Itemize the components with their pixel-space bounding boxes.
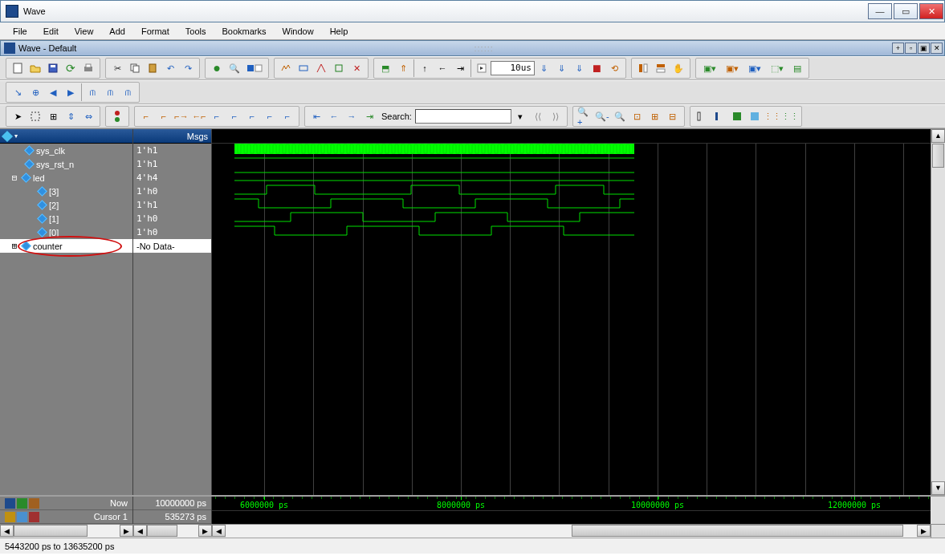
step-icon[interactable]: ⇥ [452,60,468,76]
time-input[interactable]: 10us [491,61,535,75]
cut-icon[interactable]: ✂ [109,60,125,76]
menu-file[interactable]: File [5,24,35,39]
msg-hscroll[interactable]: ◀▶ [133,524,212,538]
sub-btn-4[interactable]: ✕ [931,43,943,54]
wave-add-icon[interactable] [278,60,294,76]
next-cursor-icon[interactable]: ▶ [63,84,79,100]
layout-icon-1[interactable] [635,60,651,76]
traffic-icon[interactable] [109,108,125,124]
add-cursor-icon[interactable]: ⊕ [27,84,43,100]
trans-icon-3[interactable]: → [344,108,360,124]
copy-icon[interactable] [127,60,143,76]
group-icon-2[interactable]: ⫙ [102,84,118,100]
menu-bookmarks[interactable]: Bookmarks [214,24,274,39]
menu-edit[interactable]: Edit [35,24,67,39]
expand-icon[interactable]: ⇕ [63,108,79,124]
format-icon-2[interactable] [711,108,727,124]
wave-icon-3[interactable] [313,60,329,76]
sub-btn-3[interactable]: ▣ [918,43,930,54]
cursor-tool-icon[interactable]: ↘ [10,84,26,100]
collapse-icon[interactable]: ⇔ [80,108,96,124]
scroll-thumb[interactable] [932,144,944,168]
format-icon-3[interactable] [729,108,745,124]
trans-icon-2[interactable]: ← [326,108,342,124]
wave-canvas[interactable] [212,144,931,495]
cursor-value[interactable]: 535273 ps [133,510,211,524]
drag-handle[interactable]: :::::: [76,43,891,53]
edge-icon-3[interactable]: ⌐→ [173,108,189,124]
vertical-scrollbar[interactable]: ▲ ▼ [931,129,945,495]
signal-row-led[interactable]: ⊟led [0,171,132,185]
search-dropdown-icon[interactable]: ▾ [512,108,528,124]
misc-icon-2[interactable]: ▣▾ [722,60,743,76]
zoom-range-icon[interactable]: ⊞ [647,108,663,124]
edge-icon-2[interactable]: ⌐ [156,108,172,124]
maximize-button[interactable]: ▭ [894,3,918,19]
scroll-down-icon[interactable]: ▼ [931,481,945,495]
zoom-full-icon[interactable]: 🔍 [612,108,628,124]
menu-tools[interactable]: Tools [177,24,214,39]
arrow-right-icon[interactable]: ▶ [917,525,931,537]
run-all-icon[interactable]: ⇓ [536,60,552,76]
arrow-left-icon[interactable]: ◀ [133,525,147,537]
cursor-row[interactable]: Cursor 1 [0,510,132,524]
misc-icon-3[interactable]: ▣▾ [744,60,765,76]
wave-icon-2[interactable] [295,60,312,76]
arrow-right-icon[interactable]: ▶ [120,525,133,537]
group-icon-3[interactable]: ⫙ [120,84,136,100]
save-icon[interactable] [45,60,61,76]
menu-window[interactable]: Window [275,24,322,39]
signal-row-0[interactable]: [0] [0,225,132,239]
zoom-out-icon[interactable]: 🔍- [594,108,610,124]
select-icon[interactable] [27,108,43,124]
break-icon[interactable]: ⏹ [589,60,605,76]
run-cont-icon[interactable]: ⇓ [571,60,587,76]
search-next-icon[interactable]: ⟩⟩ [548,108,564,124]
format-icon-6[interactable]: ⋮⋮ [782,108,798,124]
edge-icon-4[interactable]: ←⌐ [191,108,207,124]
search-prev-icon[interactable]: ⟨⟨ [530,108,546,124]
layout-icon-2[interactable] [653,60,669,76]
signal-row-counter[interactable]: ⊞counter [0,239,132,253]
up-icon[interactable]: ↑ [417,60,433,76]
hand-icon[interactable]: ✋ [670,60,686,76]
trans-icon-4[interactable]: ⇥ [361,108,377,124]
signal-row-1[interactable]: [1] [0,212,132,225]
undo-icon[interactable]: ↶ [162,60,178,76]
signal-row-3[interactable]: [3] [0,185,132,198]
arrow-right-icon[interactable]: ▶ [198,525,212,537]
pointer-icon[interactable]: ➤ [10,108,26,124]
timeline[interactable]: 6000000 ps8000000 ps10000000 ps12000000 … [212,497,931,524]
nav-icon-1[interactable]: ⬒ [377,60,393,76]
edge-icon-6[interactable]: ⌐ [226,108,242,124]
minimize-button[interactable]: — [868,3,892,19]
zoom-sel-icon[interactable]: ⊞ [45,108,61,124]
nav-icon-2[interactable]: ⇑ [395,60,411,76]
signal-row-sys_clk[interactable]: sys_clk [0,144,132,157]
left-icon[interactable]: ← [434,60,450,76]
edge-icon-9[interactable]: ⌐ [279,108,295,124]
signal-row-2[interactable]: [2] [0,198,132,212]
open-icon[interactable] [27,60,43,76]
signal-row-sys_rst_n[interactable]: sys_rst_n [0,157,132,171]
menu-add[interactable]: Add [101,24,133,39]
zoom-other-icon[interactable]: ⊟ [665,108,681,124]
sub-btn-1[interactable]: + [892,43,904,54]
print-icon[interactable] [80,60,96,76]
zoom-cursor-icon[interactable]: ⊡ [629,108,646,124]
menu-help[interactable]: Help [322,24,356,39]
edge-icon-1[interactable]: ⌐ [138,108,154,124]
arrow-left-icon[interactable]: ◀ [0,525,14,537]
misc-icon-1[interactable]: ▣▾ [699,60,720,76]
sig-hscroll[interactable]: ◀▶ [0,524,133,538]
arrow-left-icon[interactable]: ◀ [212,525,226,537]
misc-icon-5[interactable]: ▤ [789,60,805,76]
format-icon-1[interactable] [694,108,710,124]
toggle-icon[interactable] [244,60,265,76]
signals-list[interactable]: sys_clksys_rst_n⊟led[3][2][1][0]⊞counter [0,144,132,495]
format-icon-5[interactable]: ⋮⋮ [764,108,780,124]
group-icon-1[interactable]: ⫙ [84,84,100,100]
misc-icon-4[interactable]: ⬚▾ [767,60,788,76]
record-icon[interactable]: ● [209,60,225,76]
edge-icon-7[interactable]: ⌐ [244,108,260,124]
